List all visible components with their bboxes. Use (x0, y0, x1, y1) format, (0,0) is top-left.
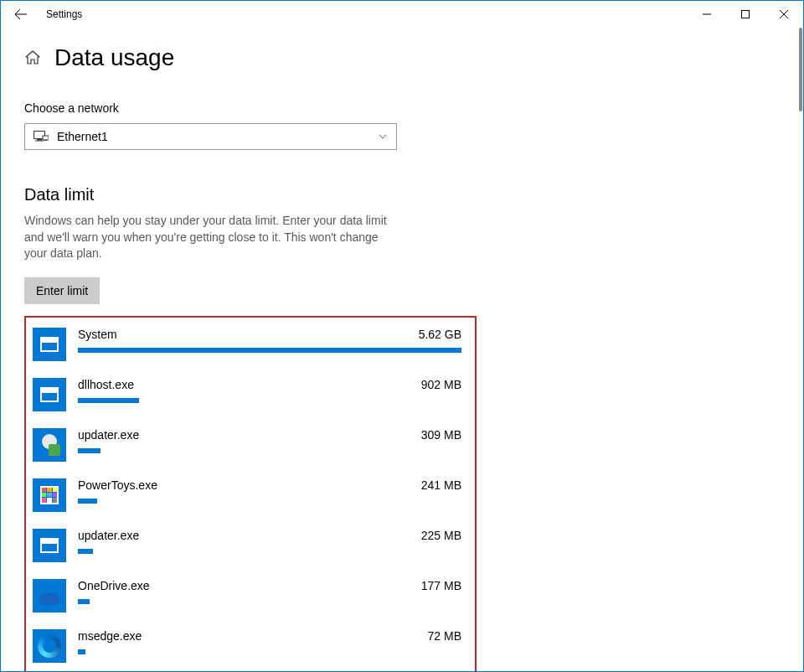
window-controls (688, 1, 803, 28)
back-arrow-icon (14, 8, 28, 21)
app-info: PowerToys.exe241 MB (78, 478, 461, 504)
apps-usage-list: System5.62 GBdllhost.exe902 MBupdater.ex… (24, 316, 477, 672)
svg-rect-3 (35, 141, 44, 142)
app-usage: 225 MB (421, 529, 461, 542)
app-icon (33, 629, 66, 663)
app-usage-bar (78, 599, 90, 604)
minimize-icon (703, 10, 711, 18)
enter-limit-button[interactable]: Enter limit (24, 277, 100, 304)
app-info: updater.exe309 MB (78, 428, 461, 453)
app-usage-row: System5.62 GB (33, 328, 461, 361)
app-info: msedge.exe72 MB (78, 629, 461, 654)
app-usage-row: dllhost.exe902 MB (33, 378, 461, 411)
network-dropdown[interactable]: Ethernet1 (24, 123, 397, 150)
svg-rect-4 (43, 136, 49, 140)
back-button[interactable] (1, 1, 41, 28)
svg-rect-0 (742, 11, 750, 18)
app-info: OneDrive.exe177 MB (78, 579, 461, 604)
home-button[interactable] (24, 49, 41, 66)
app-info: System5.62 GB (78, 328, 461, 353)
data-limit-heading: Data limit (24, 185, 803, 204)
home-icon (24, 49, 41, 66)
close-button[interactable] (765, 1, 803, 28)
network-selected: Ethernet1 (34, 130, 108, 143)
main-content: Data usage Choose a network Ethernet1 Da… (1, 28, 803, 672)
maximize-button[interactable] (726, 1, 765, 28)
app-name: System (78, 328, 117, 341)
app-usage: 241 MB (421, 478, 461, 492)
network-selected-text: Ethernet1 (57, 130, 108, 143)
choose-network-label: Choose a network (24, 101, 803, 115)
close-icon (780, 10, 788, 18)
page-header: Data usage (24, 44, 803, 71)
app-icon (33, 478, 66, 512)
app-name: OneDrive.exe (78, 579, 150, 592)
maximize-icon (741, 10, 750, 18)
app-usage-bar (78, 398, 139, 403)
app-name: msedge.exe (78, 629, 142, 643)
chevron-down-icon (378, 132, 388, 142)
titlebar: Settings (1, 1, 803, 28)
app-usage-bar (78, 549, 93, 554)
app-name: updater.exe (78, 428, 139, 442)
app-usage-row: OneDrive.exe177 MB (33, 579, 461, 613)
app-usage-row: updater.exe309 MB (33, 428, 461, 462)
app-icon (33, 428, 66, 462)
scrollbar-thumb[interactable] (799, 28, 802, 111)
app-icon (33, 529, 66, 562)
minimize-button[interactable] (688, 1, 726, 28)
app-info: updater.exe225 MB (78, 529, 461, 554)
app-usage-row: msedge.exe72 MB (33, 629, 461, 663)
app-usage-row: PowerToys.exe241 MB (33, 478, 461, 512)
svg-rect-2 (37, 139, 42, 141)
app-usage: 72 MB (428, 629, 461, 643)
app-usage-bar (78, 499, 97, 504)
app-usage: 5.62 GB (419, 328, 461, 341)
titlebar-left: Settings (1, 1, 82, 28)
ethernet-icon (34, 131, 49, 142)
data-limit-description: Windows can help you stay under your dat… (24, 213, 397, 262)
app-name: PowerToys.exe (78, 478, 157, 492)
page-title: Data usage (54, 44, 174, 71)
app-name: dllhost.exe (78, 378, 134, 391)
window-title: Settings (46, 8, 82, 20)
app-icon (33, 328, 66, 361)
app-usage-row: updater.exe225 MB (33, 529, 461, 562)
app-name: updater.exe (78, 529, 139, 542)
app-icon (33, 579, 66, 613)
app-usage-bar (78, 448, 100, 453)
app-usage: 177 MB (421, 579, 461, 592)
app-usage: 309 MB (421, 428, 461, 442)
svg-rect-5 (44, 140, 47, 141)
app-usage-bar (78, 348, 461, 353)
app-usage: 902 MB (421, 378, 461, 391)
app-usage-bar (78, 649, 85, 654)
app-info: dllhost.exe902 MB (78, 378, 461, 403)
app-icon (33, 378, 66, 411)
